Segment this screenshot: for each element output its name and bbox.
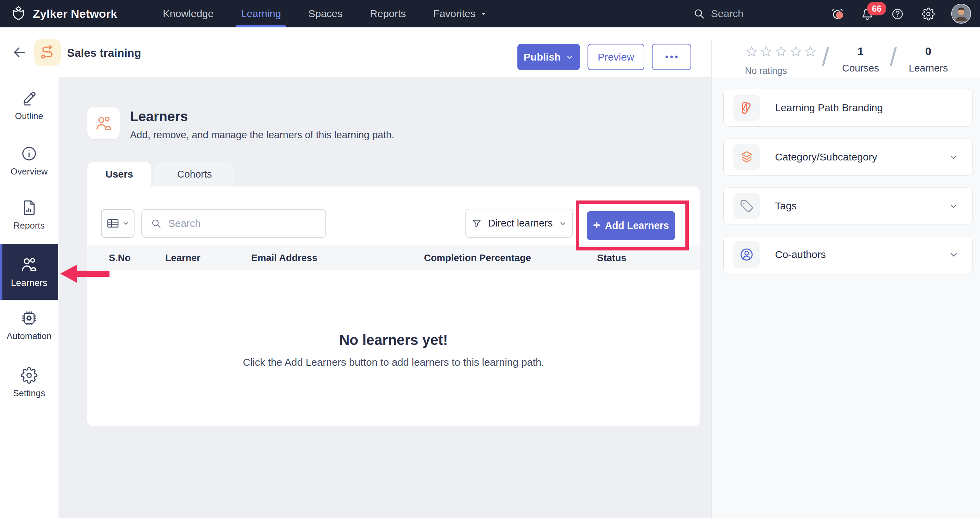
plus-icon: + [593,218,600,232]
table-columns-icon [106,216,120,230]
sidebar-item-settings[interactable]: Settings [0,367,58,399]
path-settings-panel: Learning Path Branding Category/Subcateg… [712,77,980,518]
stat-divider: / [890,42,897,72]
top-navigation-bar: Zylker Network Knowledge Learning Spaces… [0,0,980,27]
caret-down-icon [480,10,487,17]
pencil-icon [21,90,38,107]
chevron-down-icon [123,220,129,227]
zylker-logo-icon [10,5,27,22]
users-tab-panel: Direct learners + Add Learners S.No Lear… [87,186,700,426]
tab-cohorts[interactable]: Cohorts [154,162,235,186]
star-icon [790,46,802,57]
learner-type-filter[interactable]: Direct learners [465,209,573,238]
chevron-down-icon [948,201,959,211]
card-category-subcategory[interactable]: Category/Subcategory [723,138,973,175]
search-input[interactable] [168,218,317,229]
more-options-button[interactable]: ••• [652,44,691,70]
preview-button[interactable]: Preview [587,44,644,70]
layers-icon [733,144,760,170]
learning-path-sidebar: Outline Overview Reports Learners Automa… [0,77,58,518]
sidebar-item-reports[interactable]: Reports [0,199,58,231]
column-header-completion: Completion Percentage [424,245,531,271]
nav-item-spaces[interactable]: Spaces [308,0,342,27]
gear-icon [21,367,38,384]
automation-chip-icon [21,310,38,327]
reminder-alert-dot [836,12,843,19]
sidebar-item-overview[interactable]: Overview [0,145,58,177]
column-header-email: Email Address [251,245,317,271]
chevron-down-icon [948,152,959,162]
chevron-down-icon [559,219,567,227]
add-learners-button[interactable]: + Add Learners [587,211,675,240]
back-arrow-icon[interactable] [12,44,27,60]
learners-heading-icon [87,107,120,139]
column-chooser-button[interactable] [101,209,134,238]
card-tags[interactable]: Tags [723,187,973,224]
chevron-down-icon [566,53,574,61]
global-search[interactable]: Search [693,0,743,27]
help-icon[interactable] [891,8,904,21]
nav-item-favorites[interactable]: Favorites [433,0,487,27]
column-header-learner: Learner [165,245,200,271]
nav-item-learning[interactable]: Learning [241,0,281,27]
learners-section: Learners Add, remove, and manage the lea… [59,77,711,518]
rating-stars [746,46,816,57]
empty-state-message: Click the Add Learners button to add lea… [87,356,700,368]
courses-stat: 1 Courses [838,45,883,74]
table-header-row: S.No Learner Email Address Completion Pe… [87,245,700,270]
learners-people-icon [20,255,38,274]
column-header-status: Status [597,245,627,271]
learning-path-icon [34,39,61,66]
settings-gear-icon[interactable] [922,8,935,21]
star-icon [775,46,787,57]
card-co-authors[interactable]: Co-authors [723,236,973,273]
primary-nav: Knowledge Learning Spaces Reports Favori… [163,0,487,27]
search-icon [693,8,705,19]
brand-name: Zylker Network [33,7,118,21]
nav-item-reports[interactable]: Reports [370,0,406,27]
learning-path-header: Sales training Publish Preview ••• No ra… [0,27,980,77]
section-subtitle: Add, remove, and manage the learners of … [130,129,394,141]
column-header-sno: S.No [109,245,131,271]
user-circle-icon [733,241,760,268]
section-title: Learners [130,109,188,124]
active-tab-underline [236,25,286,27]
search-icon [151,218,161,229]
notification-count-badge: 66 [867,2,886,15]
courses-count: 1 [838,45,883,58]
sidebar-item-learners[interactable]: Learners [0,244,58,300]
sidebar-item-outline[interactable]: Outline [0,90,58,121]
learner-search[interactable] [141,209,326,238]
tag-icon [733,192,760,219]
card-learning-path-branding[interactable]: Learning Path Branding [723,89,973,127]
sidebar-item-automation[interactable]: Automation [0,310,58,342]
user-avatar[interactable] [951,4,971,24]
palette-swatch-icon [733,94,760,121]
funnel-icon [471,218,482,229]
star-icon [805,46,816,57]
nav-item-knowledge[interactable]: Knowledge [163,0,213,27]
learners-stat: 0 Learners [906,45,951,74]
stat-divider: / [822,42,829,72]
ratings-text: No ratings [745,66,787,76]
empty-state: No learners yet! Click the Add Learners … [87,332,700,368]
publish-button[interactable]: Publish [517,44,580,70]
chevron-down-icon [948,249,959,260]
info-icon [21,145,38,162]
tab-users[interactable]: Users [87,162,151,186]
learners-count: 0 [906,45,951,58]
star-icon [746,46,757,57]
empty-state-title: No learners yet! [87,332,700,348]
star-icon [760,46,772,57]
brand[interactable]: Zylker Network [10,0,118,27]
report-document-icon [21,199,38,216]
page-title: Sales training [67,46,141,60]
